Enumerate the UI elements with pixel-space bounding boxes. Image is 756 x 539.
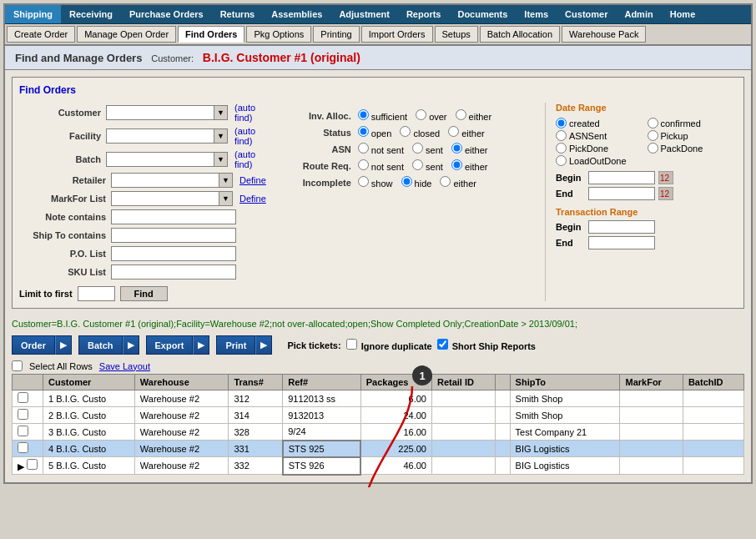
customer-text-input[interactable]: B.I.G. Customer #1 (origin) [106,105,214,120]
subnav-find-orders[interactable]: Find Orders [178,26,244,43]
nav-adjustment[interactable]: Adjustment [330,5,398,23]
retailer-dropdown[interactable]: ▼ [111,173,233,188]
route-either[interactable]: either [451,159,488,172]
nav-admin[interactable]: Admin [616,5,661,23]
nav-returns[interactable]: Returns [212,5,264,23]
calendar-end-icon[interactable]: 12 [658,187,673,200]
sku-text-input[interactable] [111,264,236,280]
short-ship-option[interactable]: Short Ship Reports [437,339,536,351]
row4-checkbox[interactable] [13,441,43,457]
nav-documents[interactable]: Documents [449,5,516,23]
col-trans[interactable]: Trans# [229,375,283,390]
inv-alloc-either[interactable]: either [456,109,492,122]
date-confirmed-option[interactable]: confirmed [648,118,738,128]
col-customer[interactable]: Customer [43,375,135,390]
route-sent[interactable]: sent [412,159,443,172]
col-retail-id[interactable]: Retail ID [431,375,495,390]
nav-home[interactable]: Home [662,5,704,23]
subnav-warehouse-pack[interactable]: Warehouse Pack [562,26,646,43]
nav-receiving[interactable]: Receiving [61,5,121,23]
limit-input[interactable]: 100 [78,286,115,301]
nav-shipping[interactable]: Shipping [5,5,61,23]
asn-sent[interactable]: sent [412,143,443,155]
incomplete-hide[interactable]: hide [401,176,432,189]
trans-end-input[interactable] [588,236,655,249]
find-button[interactable]: Find [120,286,168,301]
asn-either[interactable]: either [451,143,488,155]
order-dropdown-btn[interactable]: ▶ [55,335,72,355]
inv-alloc-over[interactable]: over [416,109,446,122]
subnav-printing[interactable]: Printing [313,26,359,43]
subnav-pkg-options[interactable]: Pkg Options [246,26,311,43]
facility-dropdown-btn[interactable]: ▼ [214,128,228,144]
nav-assemblies[interactable]: Assemblies [263,5,330,23]
table-row[interactable]: 1 B.I.G. Custo Warehouse #2 312 9112013 … [13,390,744,407]
status-either[interactable]: either [448,126,485,139]
export-dropdown-btn[interactable]: ▶ [193,335,209,355]
nav-purchase-orders[interactable]: Purchase Orders [121,5,212,23]
incomplete-either[interactable]: either [440,176,476,189]
col-batchid[interactable]: BatchID [683,375,743,390]
nav-customer[interactable]: Customer [557,5,616,23]
nav-items[interactable]: Items [516,5,557,23]
table-row[interactable]: 2 B.I.G. Custo Warehouse #2 314 9132013 … [13,407,744,424]
date-pickup-option[interactable]: Pickup [648,130,738,141]
date-packdone-option[interactable]: PackDone [648,143,738,154]
date-created-option[interactable]: created [556,118,646,128]
table-row[interactable]: ▶ 5 B.I.G. Custo Warehouse #2 332 STS 92… [13,457,744,475]
date-end-input[interactable] [588,187,655,200]
subnav-batch-allocation[interactable]: Batch Allocation [480,26,560,43]
retailer-text-input[interactable] [111,173,219,188]
select-all-checkbox[interactable] [12,360,23,371]
subnav-manage-open-order[interactable]: Manage Open Order [77,26,176,43]
batch-button[interactable]: Batch [78,335,123,355]
batch-dropdown-btn[interactable]: ▶ [123,335,139,355]
export-button[interactable]: Export [146,335,194,355]
save-layout-link[interactable]: Save Layout [99,361,150,371]
short-ship-checkbox[interactable] [437,339,448,350]
calendar-begin-icon[interactable]: 12 [658,171,673,184]
date-loadoutdone-option[interactable]: LoadOutDone [556,155,737,166]
print-dropdown-btn[interactable]: ▶ [255,335,272,355]
order-button[interactable]: Order [12,335,55,355]
batch-dropdown[interactable]: ▼ [106,152,228,167]
date-pickdone-option[interactable]: PickDone [556,143,646,154]
table-row[interactable]: 3 B.I.G. Custo Warehouse #2 328 9/24 16.… [13,424,744,441]
retailer-dropdown-btn[interactable]: ▼ [219,173,233,188]
table-row[interactable]: 4 B.I.G. Custo Warehouse #2 331 STS 925 … [13,441,744,457]
ignore-duplicate-option[interactable]: Ignore duplicate [346,339,432,351]
nav-reports[interactable]: Reports [398,5,450,23]
col-warehouse[interactable]: Warehouse [134,375,229,390]
inv-alloc-sufficient[interactable]: sufficient [358,109,407,122]
trans-begin-input[interactable] [588,220,655,234]
subnav-import-orders[interactable]: Import Orders [361,26,433,43]
markfor-text-input[interactable] [111,191,219,206]
row5-checkbox[interactable]: ▶ [13,457,43,475]
subnav-create-order[interactable]: Create Order [7,26,75,43]
col-shipto[interactable]: ShipTo [510,375,620,390]
facility-text-input[interactable]: Warehouse #2 [106,128,214,144]
row3-checkbox[interactable] [13,424,43,441]
facility-dropdown[interactable]: Warehouse #2 ▼ [106,128,228,144]
customer-dropdown[interactable]: B.I.G. Customer #1 (origin) ▼ [106,105,228,120]
po-text-input[interactable] [111,246,236,261]
markfor-dropdown[interactable]: ▼ [111,191,233,206]
route-not-sent[interactable]: not sent [358,159,404,172]
print-button[interactable]: Print [216,335,255,355]
status-open[interactable]: open [358,126,392,139]
incomplete-show[interactable]: show [358,176,393,189]
status-closed[interactable]: closed [400,126,440,139]
note-text-input[interactable] [111,209,236,224]
shipto-text-input[interactable] [111,228,236,243]
batch-text-input[interactable] [106,152,214,167]
date-begin-input[interactable] [588,171,655,184]
col-markfor[interactable]: MarkFor [620,375,683,390]
ignore-duplicate-checkbox[interactable] [346,339,357,350]
customer-dropdown-btn[interactable]: ▼ [214,105,228,120]
asn-not-sent[interactable]: not sent [358,143,404,155]
batch-dropdown-btn[interactable]: ▼ [214,152,228,167]
row2-checkbox[interactable] [13,407,43,424]
subnav-setups[interactable]: Setups [435,26,478,43]
col-ref[interactable]: Ref# [283,375,360,390]
retailer-define-link[interactable]: Define [239,175,266,185]
